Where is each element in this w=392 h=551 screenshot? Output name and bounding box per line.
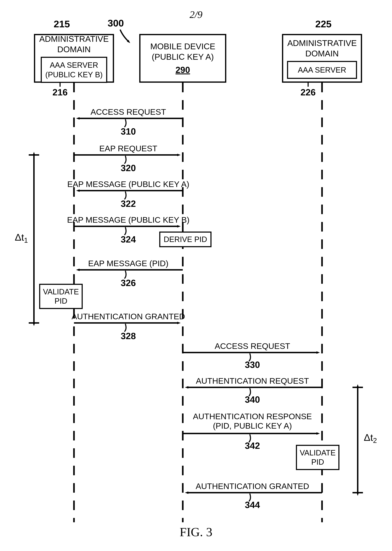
msg-320-ref: 320: [121, 163, 136, 173]
msg-342-ref: 342: [245, 440, 260, 451]
mobile-device-ref: 290: [175, 65, 190, 76]
msg-310-label: ACCESS REQUEST: [91, 107, 166, 117]
mobile-device-box: MOBILE DEVICE (PUBLIC KEY A) 290: [139, 34, 226, 83]
msg-330-label: ACCESS REQUEST: [215, 341, 290, 351]
admin-domain-right-title: ADMINISTRATIVE DOMAIN: [287, 38, 357, 59]
msg-320-label: EAP REQUEST: [99, 144, 157, 153]
validate-pid-left-box: VALIDATE PID: [39, 284, 83, 309]
delta-t2-prefix: Δt: [364, 432, 373, 443]
ref-216: 216: [53, 87, 68, 98]
msg-340-ref: 340: [245, 394, 260, 405]
aaa-server-right: AAA SERVER: [287, 61, 357, 79]
msg-340-label: AUTHENTICATION REQUEST: [196, 376, 309, 386]
delta-t2-label: Δt2: [364, 432, 377, 445]
admin-domain-left-box: ADMINISTRATIVE DOMAIN AAA SERVER (PUBLIC…: [34, 34, 114, 83]
delta-t1-sub: 1: [24, 237, 28, 244]
ref-226: 226: [301, 87, 316, 98]
msg-342-label: AUTHENTICATION RESPONSE (PID, PUBLIC KEY…: [190, 412, 315, 431]
delta-t2-sub: 2: [373, 437, 377, 444]
msg-322-ref: 322: [121, 198, 136, 209]
admin-domain-left-title: ADMINISTRATIVE DOMAIN: [39, 34, 109, 55]
msg-328-ref: 328: [121, 331, 136, 341]
ref-300: 300: [108, 17, 124, 29]
msg-310-ref: 310: [121, 126, 136, 137]
validate-pid-right-box: VALIDATE PID: [296, 445, 339, 470]
msg-324-label: EAP MESSAGE (PUBLIC KEY B): [67, 215, 189, 225]
msg-326-ref: 326: [121, 278, 136, 288]
page-number: 2/9: [189, 9, 203, 20]
msg-322-label: EAP MESSAGE (PUBLIC KEY A): [67, 179, 189, 189]
derive-pid-box: DERIVE PID: [159, 231, 211, 247]
delta-t1-prefix: Δt: [15, 232, 24, 243]
msg-328-label: AUTHENTICATION GRANTED: [71, 312, 185, 321]
msg-324-ref: 324: [121, 234, 136, 244]
msg-344-ref: 344: [245, 500, 260, 510]
msg-330-ref: 330: [245, 360, 260, 370]
figure-label: FIG. 3: [180, 525, 212, 539]
aaa-server-left: AAA SERVER (PUBLIC KEY B): [41, 57, 107, 83]
admin-domain-right-box: ADMINISTRATIVE DOMAIN AAA SERVER: [282, 34, 362, 83]
ref-215: 215: [54, 18, 70, 30]
ref-225: 225: [315, 18, 331, 30]
msg-344-label: AUTHENTICATION GRANTED: [196, 481, 309, 491]
delta-t1-label: Δt1: [15, 231, 28, 244]
mobile-device-title: MOBILE DEVICE (PUBLIC KEY A): [150, 41, 215, 62]
msg-326-label: EAP MESSAGE (PID): [88, 258, 168, 268]
